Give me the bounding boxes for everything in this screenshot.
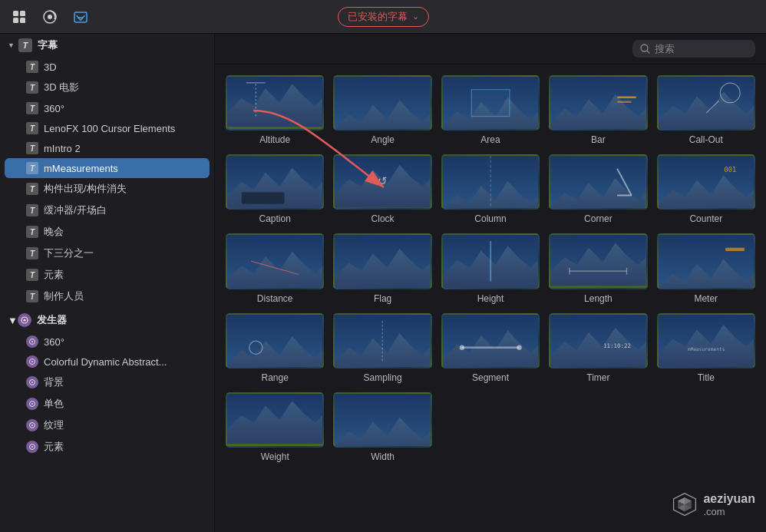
grid-item-caption[interactable]: Caption bbox=[226, 154, 324, 224]
grid-icon[interactable] bbox=[9, 7, 29, 27]
svg-point-12 bbox=[31, 361, 33, 362]
grid-item-column[interactable]: Column bbox=[441, 154, 540, 224]
toolbar-left bbox=[9, 7, 91, 27]
sidebar-item-solid[interactable]: 单色 bbox=[0, 393, 214, 415]
search-input[interactable] bbox=[655, 43, 747, 55]
grid-item-width[interactable]: Width bbox=[333, 392, 431, 462]
grid-item-segment[interactable]: Segment bbox=[441, 313, 540, 383]
item-label-party: 晚会 bbox=[44, 225, 64, 239]
sidebar-item-credits[interactable]: T 制作人员 bbox=[0, 286, 214, 307]
svg-point-82 bbox=[459, 345, 464, 349]
sidebar-section-generator[interactable]: ▼ 发生器 bbox=[0, 307, 214, 332]
grid-item-counter[interactable]: 001 Counter bbox=[657, 154, 755, 224]
sidebar-section-subtitles[interactable]: ▼ T 字幕 bbox=[0, 34, 214, 57]
item-icon-elements: T bbox=[26, 269, 38, 281]
grid-label-bar: Bar bbox=[591, 134, 606, 145]
item-icon-credits: T bbox=[26, 290, 38, 302]
sidebar-item-mmeasurements[interactable]: T mMeasurements bbox=[5, 158, 210, 178]
item-icon-mmeasurements: T bbox=[26, 162, 38, 174]
svg-point-5 bbox=[48, 15, 52, 19]
sidebar-item-lower-third[interactable]: T 下三分之一 bbox=[0, 243, 214, 264]
grid-label-title: Title bbox=[698, 372, 715, 383]
search-bar bbox=[215, 34, 766, 64]
item-label-elements: 元素 bbox=[44, 268, 64, 282]
grid-label-area: Area bbox=[480, 134, 500, 145]
grid-item-meter[interactable]: Meter bbox=[657, 233, 755, 303]
sidebar-item-3d[interactable]: T 3D bbox=[0, 57, 214, 77]
grid-label-distance: Distance bbox=[257, 293, 293, 304]
grid-item-length[interactable]: Length bbox=[549, 233, 647, 303]
gen-section-triangle-icon: ▼ bbox=[8, 315, 18, 326]
thumb-flag bbox=[333, 233, 431, 289]
sidebar-item-lenofx[interactable]: T LenoFX 100 Cursor Elements bbox=[0, 118, 214, 138]
svg-point-10 bbox=[31, 341, 33, 342]
sidebar-item-elements[interactable]: T 元素 bbox=[0, 264, 214, 286]
grid-item-altitude[interactable]: Altitude bbox=[226, 75, 324, 145]
thumbnail-grid: Altitude bbox=[226, 75, 755, 462]
sidebar-item-360[interactable]: T 360° bbox=[0, 98, 214, 118]
grid-item-distance[interactable]: Distance bbox=[226, 233, 324, 303]
item-icon-party: T bbox=[26, 226, 38, 238]
thumb-weight bbox=[226, 392, 324, 448]
subtitle-section-icon: T bbox=[18, 38, 32, 52]
thumb-caption bbox=[226, 154, 324, 210]
item-label-solid: 单色 bbox=[44, 397, 64, 411]
watermark-text-line1: aeziyuan bbox=[703, 491, 755, 506]
sidebar-item-construct[interactable]: T 构件出现/构件消失 bbox=[0, 178, 214, 200]
grid-label-caption: Caption bbox=[259, 213, 291, 224]
grid-item-timer[interactable]: 11:10:22 Timer bbox=[549, 313, 647, 383]
sidebar-item-party[interactable]: T 晚会 bbox=[0, 221, 214, 243]
thumb-sampling bbox=[333, 313, 431, 368]
grid-item-range[interactable]: Range bbox=[226, 313, 324, 383]
grid-label-meter: Meter bbox=[694, 293, 718, 304]
grid-label-timer: Timer bbox=[586, 372, 609, 383]
grid-label-flag: Flag bbox=[374, 293, 391, 304]
thumb-corner bbox=[549, 154, 647, 210]
thumb-segment bbox=[441, 313, 540, 368]
installed-filter-button[interactable]: 已安装的字幕 ⌄ bbox=[338, 7, 429, 27]
grid-item-area[interactable]: Area bbox=[441, 75, 540, 145]
item-label-mintro: mIntro 2 bbox=[44, 143, 81, 154]
sidebar-item-gen-elements[interactable]: 元素 bbox=[0, 436, 214, 458]
content-area: Altitude bbox=[215, 34, 766, 532]
watermark-logo-icon bbox=[671, 491, 698, 518]
grid-item-flag[interactable]: Flag bbox=[333, 233, 431, 303]
sidebar-item-texture[interactable]: 纹理 bbox=[0, 415, 214, 436]
sidebar-item-gen-360[interactable]: 360° bbox=[0, 332, 214, 352]
sidebar-item-mintro[interactable]: T mIntro 2 bbox=[0, 138, 214, 158]
svg-rect-31 bbox=[471, 90, 510, 117]
music-icon[interactable] bbox=[40, 7, 60, 27]
grid-item-weight[interactable]: Weight bbox=[226, 392, 324, 462]
svg-point-20 bbox=[31, 446, 33, 448]
svg-rect-44 bbox=[335, 208, 430, 209]
text-icon[interactable] bbox=[71, 7, 91, 27]
sidebar-item-background[interactable]: 背景 bbox=[0, 372, 214, 393]
svg-rect-66 bbox=[550, 286, 645, 288]
thumb-bar bbox=[549, 75, 647, 131]
thumb-title: mMeasurements bbox=[657, 313, 755, 368]
main-layout: ▼ T 字幕 T 3D T 3D 电影 T 360° T LenoFX 100 … bbox=[0, 34, 766, 532]
thumb-length bbox=[549, 233, 647, 289]
grid-item-corner[interactable]: Corner bbox=[549, 154, 647, 224]
grid-item-height[interactable]: Height bbox=[441, 233, 540, 303]
thumb-clock: ↺ bbox=[333, 154, 431, 210]
svg-rect-1 bbox=[20, 11, 25, 16]
watermark-text-line2: .com bbox=[703, 506, 755, 518]
thumb-distance bbox=[226, 233, 324, 289]
grid-item-sampling[interactable]: Sampling bbox=[333, 313, 431, 383]
grid-label-angle: Angle bbox=[371, 134, 395, 145]
grid-item-angle[interactable]: Angle bbox=[333, 75, 431, 145]
item-label-background: 背景 bbox=[44, 375, 64, 389]
grid-label-sampling: Sampling bbox=[364, 372, 402, 383]
sidebar-item-3d-movie[interactable]: T 3D 电影 bbox=[0, 77, 214, 98]
thumb-height bbox=[441, 233, 540, 289]
sidebar-item-buffer[interactable]: T 缓冲器/开场白 bbox=[0, 200, 214, 221]
grid-item-call-out[interactable]: Call-Out bbox=[657, 75, 755, 145]
grid-item-title[interactable]: mMeasurements Title bbox=[657, 313, 755, 383]
svg-line-22 bbox=[647, 51, 649, 53]
sidebar-item-colorful[interactable]: Colorful Dynamic Abstract... bbox=[0, 352, 214, 372]
search-box[interactable] bbox=[632, 40, 755, 58]
svg-point-8 bbox=[23, 319, 25, 322]
grid-item-clock[interactable]: ↺ Clock bbox=[333, 154, 431, 224]
grid-item-bar[interactable]: Bar bbox=[549, 75, 647, 145]
